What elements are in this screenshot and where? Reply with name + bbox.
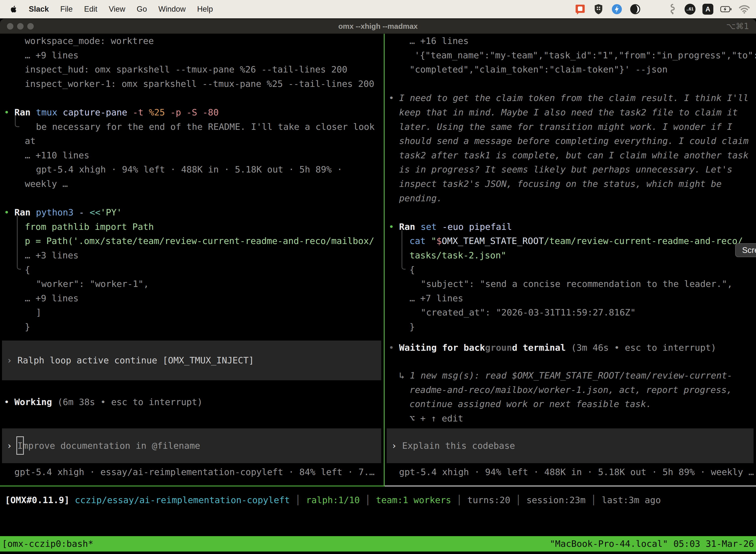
- menu-item-window[interactable]: Window: [158, 5, 186, 14]
- terminal-row: {: [385, 263, 756, 277]
- terminal-row: … +16 lines: [385, 34, 756, 48]
- terminal-row: p = Path('.omx/state/team/review-current…: [0, 234, 384, 248]
- menu-bar-status-icons: ..61 A: [574, 3, 756, 15]
- terminal-row: "created_at": "2026-03-31T11:59:27.816Z": [385, 305, 756, 320]
- terminal-row: should send a message before completing …: [385, 134, 756, 148]
- terminal-row: gpt-5.4 xhigh · essay/ai-reimplementatio…: [0, 465, 384, 479]
- terminal-row: inspect task2's JSON, focusing on the st…: [385, 177, 756, 191]
- terminal-row: "completed","claim_token":"claim-token"}…: [385, 62, 756, 77]
- tmux-status-bar: [omx-cczip0:bash* "MacBook-Pro-44.local"…: [0, 536, 756, 552]
- a-key-icon[interactable]: A: [702, 4, 713, 15]
- dots-grid-icon[interactable]: [648, 3, 659, 15]
- row-bullet: •: [4, 395, 9, 409]
- active-app-name[interactable]: Slack: [29, 5, 49, 14]
- terminal-row: task2 after task1 is complete, but can I…: [385, 148, 756, 163]
- omx-status-line: [OMX#0.11.9] cczip/essay/ai-reimplementa…: [2, 493, 756, 507]
- terminal-row: › Explain this codebase: [387, 439, 515, 453]
- row-bullet: •: [389, 91, 394, 105]
- terminal-row: ↳ 1 new msg(s): read $OMX_TEAM_STATE_ROO…: [385, 368, 756, 383]
- menu-item-file[interactable]: File: [60, 5, 73, 14]
- row-bullet: •: [4, 205, 9, 220]
- terminal-row: keep that in mind. Maybe I also need the…: [385, 105, 756, 120]
- terminal-row: tasks/task-2.json": [385, 248, 756, 263]
- terminal-row: › Improve documentation in @filename: [2, 439, 200, 453]
- terminal-row: › Ralph loop active continue [OMX_TMUX_I…: [2, 353, 254, 368]
- model-status-right: gpt-5.4 xhigh · 94% left · 488K in · 5.1…: [385, 465, 756, 479]
- terminal-row: gpt-5.4 xhigh · 94% left · 488K in · 5.1…: [385, 465, 756, 479]
- terminal-row: [0, 91, 384, 105]
- terminal-row: workspace_mode: worktree: [0, 34, 384, 48]
- row-bullet: •: [4, 105, 9, 120]
- left-pane[interactable]: workspace_mode: worktree… +9 linesinspec…: [0, 34, 384, 486]
- terminal-row: •Ran python3 - <<'PY': [0, 205, 384, 220]
- terminal-row: … +7 lines: [385, 291, 756, 306]
- tool-output-connector: [17, 216, 21, 270]
- menu-item-go[interactable]: Go: [137, 5, 147, 14]
- terminal-row: at: [0, 134, 384, 148]
- terminal-row: … +9 lines: [0, 291, 384, 306]
- row-bullet: •: [389, 220, 394, 234]
- terminal-row: [OMX#0.11.9] cczip/essay/ai-reimplementa…: [2, 493, 756, 507]
- terminal-row: '{"team_name":"my-team","task_id":"1","f…: [385, 48, 756, 63]
- model-status-left: gpt-5.4 xhigh · essay/ai-reimplementatio…: [0, 465, 384, 479]
- menu-item-edit[interactable]: Edit: [84, 5, 97, 14]
- terminal-row: [385, 205, 756, 220]
- terminal-row: •Working (6m 38s • esc to interrupt): [0, 395, 384, 409]
- mailbox-message: ↳ 1 new msg(s): read $OMX_TEAM_STATE_ROO…: [385, 368, 756, 426]
- terminal-row: from pathlib import Path: [0, 220, 384, 234]
- row-bullet: •: [389, 340, 394, 355]
- percent-badge-icon[interactable]: ..61: [685, 4, 695, 15]
- terminal-row: [0, 191, 384, 206]
- terminal-row: continue assigned work or next feasible …: [385, 397, 756, 411]
- tool-output-connector: [15, 116, 19, 127]
- title-bar[interactable]: omx --xhigh --madmax ⌥⌘1: [0, 19, 756, 34]
- terminal-content: workspace_mode: worktree… +9 linesinspec…: [0, 34, 756, 554]
- hook-icon[interactable]: [666, 3, 678, 15]
- terminal-row: weekly …: [0, 177, 384, 191]
- terminal-row: … +110 lines: [0, 148, 384, 163]
- terminal-row: }: [385, 320, 756, 334]
- terminal-row: is in progress? It seems likely but perh…: [385, 162, 756, 177]
- wifi-icon[interactable]: [739, 3, 750, 15]
- tool-output-connector: [401, 230, 405, 270]
- terminal-row: "worker": "worker-1",: [0, 277, 384, 291]
- window-title: omx --xhigh --madmax: [0, 22, 756, 31]
- lightning-badge-icon[interactable]: [611, 3, 623, 15]
- battery-icon[interactable]: [720, 3, 732, 15]
- tmux-session-window: [omx-cczip0:bash*: [2, 537, 93, 551]
- prompt-input-left[interactable]: › Improve documentation in @filename: [2, 428, 381, 463]
- waiting-status: •Waiting for background terminal (3m 46s…: [385, 340, 756, 355]
- chat-bubble-icon[interactable]: [574, 3, 586, 15]
- terminal-row: pending.: [385, 191, 756, 206]
- working-status: •Working (6m 38s • esc to interrupt): [0, 395, 384, 409]
- terminal-row: •Ran set -euo pipefail: [385, 220, 756, 234]
- tmux-host-clock: "MacBook-Pro-44.local" 05:03 31-Mar-26: [550, 537, 754, 551]
- terminal-row: ]: [0, 305, 384, 320]
- terminal-row: later. Using the same for transition mig…: [385, 120, 756, 134]
- terminal-row: gpt-5.4 xhigh · 94% left · 488K in · 5.1…: [0, 162, 384, 177]
- terminal-row: [385, 77, 756, 91]
- window-shortcut-badge: ⌥⌘1: [726, 21, 756, 31]
- menu-item-help[interactable]: Help: [197, 5, 213, 14]
- screen-tooltip: Scre: [735, 243, 756, 257]
- terminal-row: ⌥ + ↑ edit: [385, 411, 756, 426]
- terminal-row: inspect_hud: omx sparkshell --tmux-pane …: [0, 62, 384, 77]
- terminal-row: … +9 lines: [0, 48, 384, 63]
- terminal-window: omx --xhigh --madmax ⌥⌘1 workspace_mode:…: [0, 19, 756, 554]
- moon-icon[interactable]: [630, 3, 641, 15]
- menu-item-view[interactable]: View: [109, 5, 125, 14]
- terminal-row: … +3 lines: [0, 248, 384, 263]
- right-pane-output: … +16 lines'{"team_name":"my-team","task…: [385, 34, 756, 334]
- ralph-status-band: › Ralph loop active continue [OMX_TMUX_I…: [2, 340, 381, 380]
- menu-items: FileEditViewGoWindowHelp: [60, 5, 213, 14]
- prompt-input-right[interactable]: › Explain this codebase: [387, 428, 754, 463]
- terminal-row: •Waiting for background terminal (3m 46s…: [385, 340, 756, 355]
- terminal-row: readme-and-reco/mailbox/worker-1.json, a…: [385, 383, 756, 397]
- apple-menu-icon[interactable]: [10, 5, 17, 13]
- shield-icon[interactable]: [593, 3, 604, 15]
- right-pane[interactable]: … +16 lines'{"team_name":"my-team","task…: [385, 34, 756, 486]
- terminal-row: inspect_worker-1: omx sparkshell --tmux-…: [0, 77, 384, 91]
- pane-bottom-border-left: [0, 486, 385, 487]
- left-pane-output: workspace_mode: worktree… +9 linesinspec…: [0, 34, 384, 334]
- menu-bar: Slack FileEditViewGoWindowHelp ..61 A: [0, 0, 756, 18]
